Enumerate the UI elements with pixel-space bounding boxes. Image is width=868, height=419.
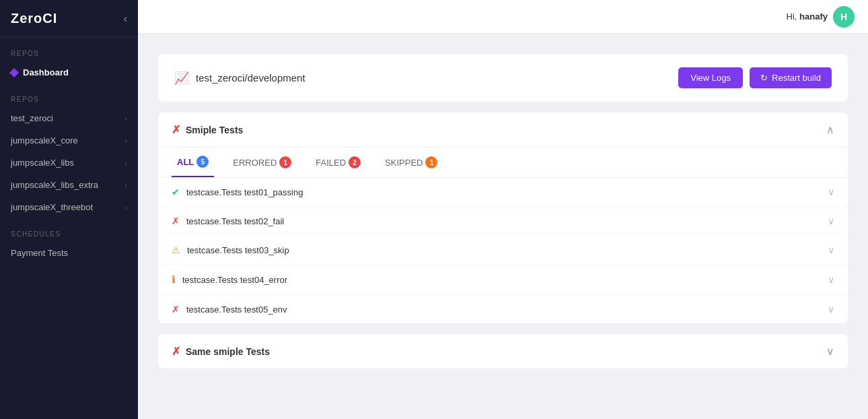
dashboard-label: Dashboard bbox=[23, 67, 69, 77]
sidebar-item-payment-tests[interactable]: Payment Tests bbox=[0, 242, 138, 264]
tab-failed-label: FAILED bbox=[316, 158, 346, 168]
sidebar-item-test-zeroci[interactable]: test_zeroci › bbox=[0, 107, 138, 129]
test-tabs: ALL 5 ERRORED 1 FAILED 2 SKIPPED 1 bbox=[158, 148, 848, 178]
action-buttons: View Logs ↻ Restart build bbox=[678, 67, 832, 88]
repo-header: 📈 test_zeroci/development View Logs ↻ Re… bbox=[174, 67, 832, 88]
fail-icon: ✗ bbox=[172, 123, 180, 136]
repo-name: test_zeroci/development bbox=[196, 72, 305, 84]
tab-all[interactable]: ALL 5 bbox=[172, 148, 214, 177]
chevron-right-icon: › bbox=[124, 159, 127, 167]
table-row[interactable]: ✗ testcase.Tests test02_fail ∨ bbox=[158, 207, 848, 236]
sidebar-item-jumpscaleX-threebot[interactable]: jumpscaleX_threebot › bbox=[0, 196, 138, 218]
dashboard-diamond-icon bbox=[9, 67, 19, 77]
tab-failed-badge: 2 bbox=[349, 156, 361, 168]
main-content: Hi, hanafy H 📈 test_zeroci/development V… bbox=[138, 0, 868, 419]
sidebar-schedule-label: Payment Tests bbox=[11, 248, 68, 258]
test-section-same-smiple-tests: ✗ Same smiple Tests ∨ bbox=[158, 334, 848, 368]
tab-skipped-badge: 1 bbox=[425, 156, 437, 168]
sidebar: ZeroCI ‹ REPOS Dashboard REPOS test_zero… bbox=[0, 0, 138, 419]
test-name: testcase.Tests test05_env bbox=[186, 304, 287, 315]
repo-chart-icon: 📈 bbox=[174, 71, 189, 86]
chevron-right-icon: › bbox=[124, 181, 127, 189]
restart-icon: ↻ bbox=[760, 73, 768, 83]
repos-label: REPOS bbox=[0, 84, 138, 107]
hi-text: Hi, hanafy bbox=[787, 11, 828, 22]
table-row[interactable]: ℹ testcase.Tests test04_error ∨ bbox=[158, 265, 848, 295]
logo: ZeroCI bbox=[11, 11, 57, 26]
sidebar-repo-label: jumpscaleX_libs bbox=[11, 158, 74, 168]
tab-failed[interactable]: FAILED 2 bbox=[310, 148, 366, 176]
sidebar-repo-label: test_zeroci bbox=[11, 113, 53, 123]
avatar[interactable]: H bbox=[833, 6, 855, 28]
chevron-down-icon: ∨ bbox=[828, 304, 834, 315]
sidebar-repo-label: jumpscaleX_libs_extra bbox=[11, 180, 98, 190]
fail-icon: ✗ bbox=[172, 345, 180, 358]
test-section-title: ✗ Smiple Tests bbox=[172, 123, 243, 136]
table-row[interactable]: ⚠ testcase.Tests test03_skip ∨ bbox=[158, 236, 848, 265]
section-title-label: Smiple Tests bbox=[186, 125, 243, 135]
test-section-title: ✗ Same smiple Tests bbox=[172, 345, 270, 358]
error-icon: ℹ bbox=[172, 273, 176, 286]
restart-label: Restart build bbox=[772, 73, 821, 83]
restart-build-button[interactable]: ↻ Restart build bbox=[750, 67, 832, 88]
test-name: testcase.Tests test02_fail bbox=[186, 216, 284, 226]
repo-name-area: 📈 test_zeroci/development bbox=[174, 71, 305, 86]
collapse-sidebar-button[interactable]: ‹ bbox=[124, 13, 127, 25]
chevron-down-icon: ∨ bbox=[828, 187, 834, 197]
chevron-right-icon: › bbox=[124, 137, 127, 145]
table-row[interactable]: ✗ testcase.Tests test05_env ∨ bbox=[158, 295, 848, 323]
user-area: Hi, hanafy H bbox=[787, 6, 855, 28]
test-section-smiple-tests: ✗ Smiple Tests ∧ ALL 5 ERRORED 1 FAILED … bbox=[158, 112, 848, 323]
tab-errored-badge: 1 bbox=[279, 156, 291, 168]
section-title-label: Same smiple Tests bbox=[186, 346, 270, 357]
fail-icon: ✗ bbox=[172, 216, 180, 226]
pass-icon: ✔ bbox=[172, 187, 180, 197]
table-row[interactable]: ✔ testcase.Tests test01_passing ∨ bbox=[158, 178, 848, 207]
test-name: testcase.Tests test01_passing bbox=[186, 187, 303, 197]
sidebar-item-dashboard[interactable]: Dashboard bbox=[0, 61, 138, 84]
test-list: ✔ testcase.Tests test01_passing ∨ ✗ test… bbox=[158, 178, 848, 323]
skip-icon: ⚠ bbox=[172, 245, 180, 255]
chevron-down-icon: ∨ bbox=[828, 216, 834, 226]
sidebar-repo-label: jumpscaleX_threebot bbox=[11, 202, 93, 212]
chevron-down-icon: ∨ bbox=[826, 345, 834, 358]
repo-card: 📈 test_zeroci/development View Logs ↻ Re… bbox=[158, 54, 848, 102]
tab-all-badge: 5 bbox=[196, 156, 209, 168]
sidebar-item-jumpscaleX-core[interactable]: jumpscaleX_core › bbox=[0, 129, 138, 152]
username: hanafy bbox=[799, 11, 828, 22]
sidebar-repo-label: jumpscaleX_core bbox=[11, 135, 78, 146]
chevron-up-icon: ∧ bbox=[826, 123, 834, 136]
sidebar-header: ZeroCI ‹ bbox=[0, 0, 138, 38]
tab-errored-label: ERRORED bbox=[233, 158, 277, 168]
chevron-down-icon: ∨ bbox=[828, 245, 834, 255]
topbar: Hi, hanafy H bbox=[138, 0, 868, 34]
chevron-right-icon: › bbox=[124, 115, 127, 123]
tab-all-label: ALL bbox=[177, 157, 194, 167]
test-name: testcase.Tests test04_error bbox=[182, 275, 287, 285]
repos-section-label: REPOS bbox=[0, 38, 138, 61]
test-section-header-smiple[interactable]: ✗ Smiple Tests ∧ bbox=[158, 112, 848, 148]
sidebar-item-jumpscaleX-libs-extra[interactable]: jumpscaleX_libs_extra › bbox=[0, 174, 138, 196]
schedules-section-label: SCHEDULES bbox=[0, 218, 138, 242]
collapsed-section-header[interactable]: ✗ Same smiple Tests ∨ bbox=[158, 334, 848, 368]
view-logs-button[interactable]: View Logs bbox=[678, 67, 743, 88]
tab-skipped[interactable]: SKIPPED 1 bbox=[379, 148, 443, 176]
chevron-down-icon: ∨ bbox=[828, 274, 834, 285]
tab-skipped-label: SKIPPED bbox=[385, 158, 423, 168]
tab-errored[interactable]: ERRORED 1 bbox=[227, 148, 297, 176]
page-content: 📈 test_zeroci/development View Logs ↻ Re… bbox=[138, 34, 868, 419]
sidebar-item-jumpscaleX-libs[interactable]: jumpscaleX_libs › bbox=[0, 152, 138, 174]
fail-icon: ✗ bbox=[172, 304, 180, 315]
chevron-right-icon: › bbox=[124, 203, 127, 212]
test-name: testcase.Tests test03_skip bbox=[187, 245, 289, 255]
